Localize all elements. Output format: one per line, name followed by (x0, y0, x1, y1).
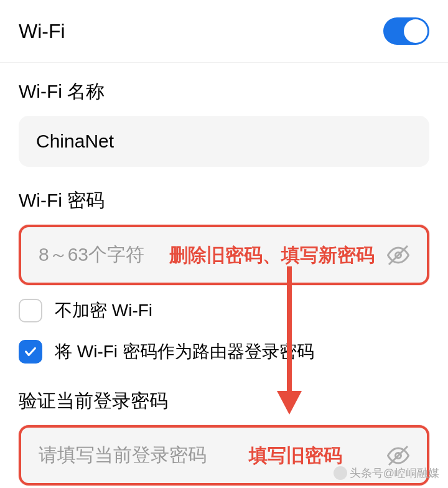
wifi-password-placeholder: 8～63个字符 (39, 242, 144, 268)
verify-password-annotation: 填写旧密码 (249, 444, 342, 467)
wifi-password-section: Wi-Fi 密码 8～63个字符 删除旧密码、填写新密码 (0, 172, 448, 285)
wifi-name-label: Wi-Fi 名称 (19, 79, 429, 105)
watermark-icon (334, 466, 347, 480)
use-as-router-row[interactable]: 将 Wi-Fi 密码作为路由器登录密码 (0, 331, 448, 372)
eye-off-icon[interactable] (387, 244, 409, 266)
eye-off-icon[interactable] (387, 444, 409, 467)
watermark: 头条号@崆峒融媒 (334, 466, 439, 481)
wifi-name-section: Wi-Fi 名称 ChinaNet (0, 63, 448, 167)
wifi-password-label: Wi-Fi 密码 (19, 188, 429, 214)
verify-password-placeholder: 请填写当前登录密码 (39, 443, 207, 468)
no-encrypt-row[interactable]: 不加密 Wi-Fi (0, 290, 448, 331)
wifi-header-row: Wi-Fi (0, 0, 448, 63)
wifi-title: Wi-Fi (19, 20, 65, 43)
wifi-name-input[interactable]: ChinaNet (19, 116, 429, 167)
no-encrypt-checkbox[interactable] (19, 299, 42, 322)
use-as-router-checkbox[interactable] (19, 340, 42, 364)
wifi-password-annotation: 删除旧密码、填写新密码 (144, 244, 377, 266)
no-encrypt-label: 不加密 Wi-Fi (55, 299, 152, 322)
use-as-router-label: 将 Wi-Fi 密码作为路由器登录密码 (55, 340, 314, 364)
verify-password-label: 验证当前登录密码 (19, 388, 429, 414)
wifi-toggle[interactable] (383, 17, 429, 45)
watermark-text: 头条号@崆峒融媒 (350, 466, 439, 481)
wifi-name-value: ChinaNet (36, 131, 114, 152)
wifi-password-input[interactable]: 8～63个字符 删除旧密码、填写新密码 (19, 225, 429, 285)
